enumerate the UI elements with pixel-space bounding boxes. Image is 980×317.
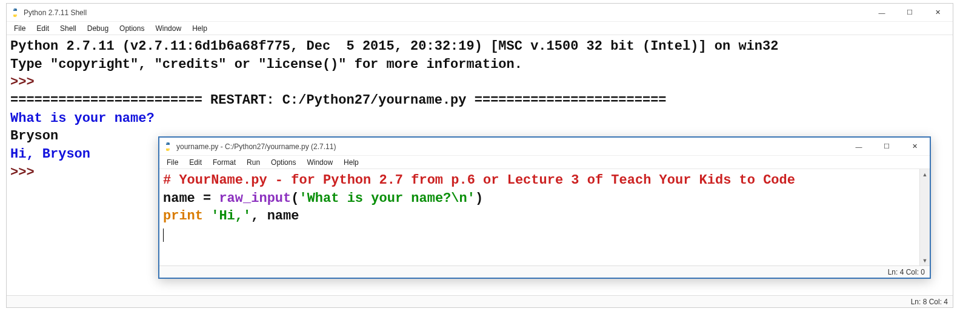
code-paren: ( [291,191,299,206]
code-string: 'Hi,' [211,209,251,224]
shell-title: Python 2.7.11 Shell [24,8,87,17]
editor-window-controls: — ☐ ✕ [845,138,928,155]
svg-point-3 [168,149,169,150]
banner-line: Python 2.7.11 (v2.7.11:6d1b6a68f775, Dec… [10,39,778,54]
code-keyword: print [163,209,203,224]
svg-point-2 [167,142,167,143]
prompt: >>> [10,165,42,180]
shell-statusbar: Ln: 8 Col: 4 [7,295,953,307]
code-assign: name = [163,191,219,206]
menu-help[interactable]: Help [187,23,212,34]
prompt: >>> [10,75,42,90]
scroll-up-icon[interactable]: ▲ [920,169,930,179]
editor-titlebar[interactable]: yourname.py - C:/Python27/yourname.py (2… [159,138,930,156]
svg-point-0 [14,8,15,9]
program-output: Hi, Bryson [10,147,90,162]
maximize-button[interactable]: ☐ [873,138,901,155]
editor-source[interactable]: # YourName.py - for Python 2.7 from p.6 … [159,169,930,246]
svg-point-1 [16,15,16,16]
maximize-button[interactable]: ☐ [896,4,924,21]
menu-options[interactable]: Options [266,157,301,168]
code-comment: # YourName.py - for Python 2.7 from p.6 … [163,173,795,188]
close-button[interactable]: ✕ [901,138,928,155]
menu-edit[interactable]: Edit [32,23,54,34]
editor-window: yourname.py - C:/Python27/yourname.py (2… [158,136,931,279]
python-icon [163,142,173,152]
code-string: 'What is your name?\n' [299,191,475,206]
menu-shell[interactable]: Shell [55,23,81,34]
editor-content[interactable]: # YourName.py - for Python 2.7 from p.6 … [159,169,930,265]
shell-window-controls: — ☐ ✕ [868,4,952,21]
cursor-position: Ln: 8 Col: 4 [911,298,948,306]
menu-options[interactable]: Options [115,23,149,34]
minimize-button[interactable]: — [845,138,873,155]
text-cursor [163,229,164,242]
menu-run[interactable]: Run [242,157,265,168]
restart-line: ======================== RESTART: C:/Pyt… [10,93,667,108]
menu-window[interactable]: Window [302,157,338,168]
user-input: Bryson [10,128,58,144]
program-output: What is your name? [10,111,155,126]
cursor-position: Ln: 4 Col: 0 [888,268,925,276]
editor-title: yourname.py - C:/Python27/yourname.py (2… [176,142,336,151]
menu-format[interactable]: Format [208,157,241,168]
menu-file[interactable]: File [162,157,183,168]
scroll-down-icon[interactable]: ▼ [920,255,930,265]
menu-debug[interactable]: Debug [82,23,113,34]
menu-edit[interactable]: Edit [184,157,207,168]
shell-titlebar[interactable]: Python 2.7.11 Shell — ☐ ✕ [7,4,953,22]
menu-help[interactable]: Help [339,157,364,168]
close-button[interactable]: ✕ [924,4,952,21]
python-icon [10,8,20,18]
code-paren: ) [475,191,483,206]
minimize-button[interactable]: — [868,4,896,21]
code-builtin: raw_input [219,191,291,206]
shell-menubar: File Edit Shell Debug Options Window Hel… [7,22,953,35]
menu-file[interactable]: File [9,23,30,34]
code-identifier: , name [251,209,299,224]
vertical-scrollbar[interactable]: ▲ ▼ [919,169,930,265]
menu-window[interactable]: Window [150,23,186,34]
editor-statusbar: Ln: 4 Col: 0 [159,265,930,278]
banner-line: Type "copyright", "credits" or "license(… [10,57,522,72]
editor-menubar: File Edit Format Run Options Window Help [159,156,930,169]
